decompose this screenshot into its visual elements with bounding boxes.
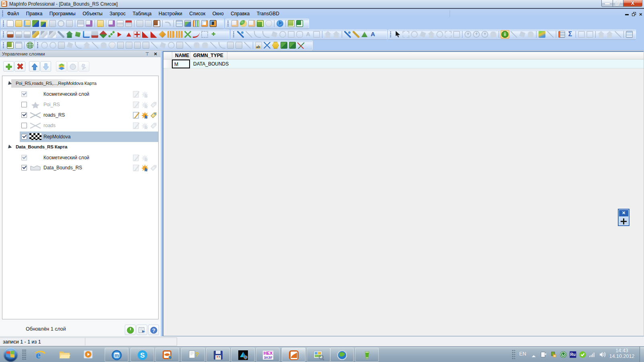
svg-text:m: m bbox=[115, 353, 119, 358]
svg-text:S: S bbox=[140, 352, 144, 359]
svg-text:HEX: HEX bbox=[264, 351, 273, 356]
svg-text:?: ? bbox=[152, 327, 155, 333]
svg-text:3A3F: 3A3F bbox=[264, 356, 272, 360]
svg-text:?: ? bbox=[195, 351, 199, 358]
svg-text:Ru: Ru bbox=[570, 352, 576, 357]
